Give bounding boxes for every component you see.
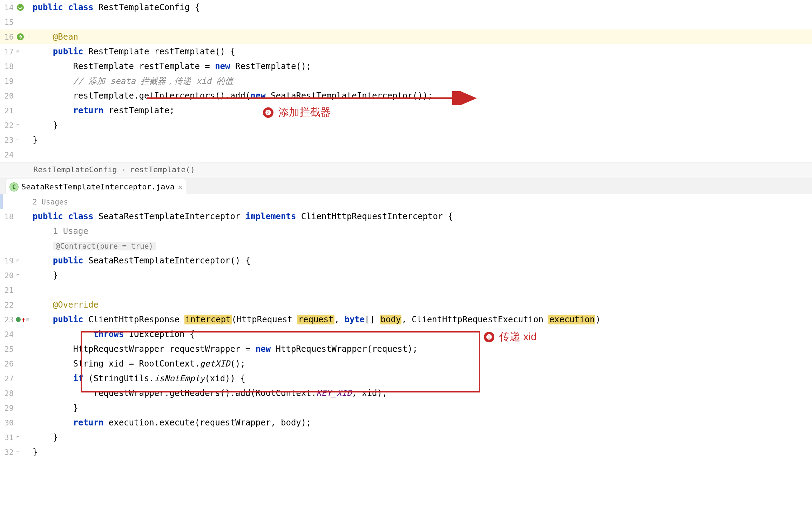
tab-label: SeataRestTemplateInterceptor.java [21, 182, 175, 191]
code-text[interactable]: requestWrapper.getHeaders().add(RootCont… [30, 386, 387, 401]
code-line[interactable]: 26 String xid = RootContext.getXID(); [0, 356, 812, 371]
code-line[interactable]: 23 ↑⊟ public ClientHttpResponse intercep… [0, 312, 812, 327]
contract-inlay[interactable]: @Contract(pure = true) [53, 242, 156, 250]
code-line[interactable]: 24 throws IOException { [0, 327, 812, 342]
line-number: 17 [0, 47, 16, 56]
code-line[interactable]: 20 ⌐ } [0, 268, 812, 283]
editor-pane-top: 14 public class RestTemplateConfig { 15 … [0, 0, 812, 162]
code-line[interactable]: 22 @Override [0, 297, 812, 312]
code-line[interactable]: 31 ⌐ } [0, 430, 812, 445]
usages-inlay[interactable]: 2 Usages [33, 198, 68, 206]
code-text[interactable]: } [30, 118, 58, 133]
line-number: 23 [0, 315, 16, 324]
code-line[interactable]: 20 restTemplate.getInterceptors().add(ne… [0, 88, 812, 103]
gutter: ⊟ [16, 32, 30, 41]
code-text[interactable]: public class RestTemplateConfig { [30, 0, 200, 15]
spring-bean-nav-icon[interactable] [16, 32, 25, 41]
line-number: 21 [0, 286, 16, 295]
line-number: 27 [0, 374, 16, 383]
code-line[interactable]: 29 } [0, 401, 812, 415]
code-text[interactable]: } [30, 445, 38, 459]
fold-end-icon[interactable]: ⌐ [16, 137, 20, 141]
fold-end-icon[interactable]: ⌐ [16, 449, 20, 454]
tab-seata-interceptor[interactable]: C SeataRestTemplateInterceptor.java ✕ [6, 179, 186, 194]
code-line[interactable]: 19 ⊟ public SeataRestTemplateInterceptor… [0, 253, 812, 268]
line-number: 19 [0, 256, 16, 265]
code-line[interactable]: 18 RestTemplate restTemplate = new RestT… [0, 59, 812, 74]
line-number: 23 [0, 136, 16, 145]
line-number: 31 [0, 433, 16, 442]
override-up-icon[interactable]: ↑ [16, 315, 26, 324]
code-line[interactable]: 19 32 ⌐ } [0, 445, 812, 459]
fold-end-icon[interactable]: ⌐ [16, 122, 20, 127]
line-number: 21 [0, 106, 16, 115]
fold-end-icon[interactable]: ⌐ [16, 435, 20, 439]
code-text[interactable]: @Override [30, 297, 99, 312]
code-line[interactable]: 23 ⌐ } [0, 133, 812, 147]
fold-collapse-icon[interactable]: ⊟ [16, 258, 20, 263]
line-number: 28 [0, 389, 16, 398]
line-number: 32 [0, 448, 16, 457]
usages-inlay-line: 2 Usages [0, 194, 812, 209]
svg-point-0 [17, 4, 24, 11]
line-number: 22 [0, 121, 16, 130]
code-line[interactable]: 30 return execution.execute(requestWrapp… [0, 415, 812, 430]
editor-pane-bottom: 2 Usages 18 public class SeataRestTempla… [0, 194, 812, 459]
close-icon[interactable]: ✕ [178, 183, 182, 191]
code-text[interactable]: } [30, 401, 78, 415]
code-line[interactable]: 22 ⌐ } [0, 118, 812, 133]
code-text[interactable]: public ClientHttpResponse intercept(Http… [30, 312, 601, 327]
code-line[interactable]: 25 HttpRequestWrapper requestWrapper = n… [0, 342, 812, 356]
gutter: ⊟ [16, 49, 30, 54]
code-line[interactable]: 14 public class RestTemplateConfig { [0, 0, 812, 15]
code-line[interactable]: 17 ⊟ public RestTemplate restTemplate() … [0, 44, 812, 59]
code-line[interactable]: 21 return restTemplate; [0, 103, 812, 118]
fold-collapse-icon[interactable]: ⊟ [26, 317, 30, 322]
spring-bean-icon[interactable] [16, 3, 25, 12]
tab-bar: C SeataRestTemplateInterceptor.java ✕ [0, 177, 812, 194]
line-number: 18 [0, 62, 16, 71]
code-text[interactable]: @Bean [30, 29, 78, 44]
gutter: ⊟ [16, 258, 30, 263]
code-text[interactable]: } [30, 133, 38, 147]
code-text[interactable]: } [30, 430, 58, 445]
code-text[interactable]: public class SeataRestTemplateIntercepto… [30, 209, 453, 224]
line-number: 14 [0, 3, 16, 12]
line-number: 25 [0, 345, 16, 354]
code-line[interactable]: 19 // 添加 seata 拦截器，传递 xid 的值 [0, 74, 812, 88]
fold-end-icon[interactable]: ⌐ [16, 273, 20, 277]
code-line[interactable]: 21 [0, 283, 812, 297]
line-number: 16 [0, 33, 16, 41]
code-text[interactable]: return execution.execute(requestWrapper,… [30, 415, 311, 430]
code-text[interactable]: HttpRequestWrapper requestWrapper = new … [30, 342, 418, 356]
code-line[interactable]: 27 if (StringUtils.isNotEmpty(xid)) { [0, 371, 812, 386]
line-number: 15 [0, 18, 16, 27]
code-text[interactable]: return restTemplate; [30, 103, 175, 118]
gutter [16, 3, 30, 12]
code-text[interactable]: public SeataRestTemplateInterceptor() { [30, 253, 250, 268]
fold-collapse-icon[interactable]: ⊟ [16, 49, 20, 54]
code-line[interactable]: 28 requestWrapper.getHeaders().add(RootC… [0, 386, 812, 401]
gutter: ⌐ [16, 138, 30, 142]
code-text[interactable]: RestTemplate restTemplate = new RestTemp… [30, 59, 311, 74]
code-text[interactable]: // 添加 seata 拦截器，传递 xid 的值 [30, 74, 233, 88]
code-line[interactable]: 15 [0, 15, 812, 29]
code-line[interactable]: 18 public class SeataRestTemplateInterce… [0, 209, 812, 224]
code-text[interactable]: String xid = RootContext.getXID(); [30, 356, 245, 371]
line-number: 18 [0, 212, 16, 221]
breadcrumb-class[interactable]: RestTemplateConfig [33, 165, 117, 174]
code-text[interactable]: restTemplate.getInterceptors().add(new S… [30, 88, 433, 103]
code-text[interactable]: throws IOException { [30, 327, 195, 342]
breadcrumb: RestTemplateConfig › restTemplate() [0, 162, 812, 177]
usage-inlay[interactable]: 1 Usage [53, 226, 88, 236]
gutter: ⌐ [16, 435, 30, 439]
code-text[interactable]: if (StringUtils.isNotEmpty(xid)) { [30, 371, 245, 386]
code-line[interactable]: 24 [0, 147, 812, 162]
fold-collapse-icon[interactable]: ⊟ [25, 35, 29, 39]
code-text[interactable]: public RestTemplate restTemplate() { [30, 44, 235, 59]
breadcrumb-method[interactable]: restTemplate() [130, 165, 195, 174]
code-line[interactable]: 16 ⊟ @Bean [0, 29, 812, 44]
code-text[interactable]: } [30, 268, 58, 283]
line-number: 22 [0, 301, 16, 309]
line-number: 19 [0, 77, 16, 86]
